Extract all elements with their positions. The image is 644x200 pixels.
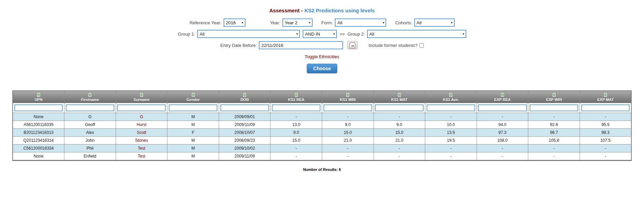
filter-input-ks1-ave[interactable] <box>427 104 475 111</box>
cell-exp-wri: 96.7 <box>528 129 580 137</box>
filter-row-1: Reference Year: 2016 ▾ Year: Year 2 ▾ Fo… <box>189 18 454 27</box>
cell-upn: None <box>13 152 64 161</box>
column-header-upn[interactable]: UPN <box>13 91 64 103</box>
cell-exp-wri: - <box>528 113 580 121</box>
form-select[interactable]: All <box>335 18 386 27</box>
filter-input-exp-wri[interactable] <box>530 104 578 111</box>
results-table-container: UPNFirstnameSurnameGenderDOBKS1 REAKS1 W… <box>12 90 632 161</box>
column-search-icon[interactable] <box>116 92 167 97</box>
calendar-button[interactable]: 25 <box>348 41 357 49</box>
column-search-icon[interactable] <box>13 92 64 97</box>
cell-surname[interactable]: Hurst <box>116 121 167 129</box>
cell-exp-rea: - <box>477 113 528 121</box>
cell-dob: 2009/09/01 <box>219 113 270 121</box>
group-operator-select[interactable]: AND IN <box>303 30 337 38</box>
cell-surname[interactable]: Test <box>116 152 167 161</box>
entry-date-input[interactable] <box>259 41 343 49</box>
filter-input-exp-rea[interactable] <box>478 104 527 111</box>
column-header-ks1-rea[interactable]: KS1 REA <box>270 91 322 103</box>
column-search-icon[interactable] <box>322 92 374 97</box>
column-search-icon[interactable] <box>425 92 477 97</box>
cell-exp-wri: 105.8 <box>528 137 580 145</box>
column-header-label: EXP MAT <box>580 98 631 102</box>
cell-gender: F <box>167 129 219 137</box>
column-header-ks1-ave[interactable]: KS1 Ave. <box>425 91 477 103</box>
filter-input-ks1-rea[interactable] <box>272 104 320 111</box>
column-header-exp-rea[interactable]: EXP REA <box>477 91 528 103</box>
cell-firstname: Enfield <box>64 152 116 161</box>
reference-year-label: Reference Year: <box>189 20 221 25</box>
column-search-icon[interactable] <box>374 92 425 97</box>
column-header-surname[interactable]: Surname <box>116 91 167 103</box>
column-header-label: Firstname <box>64 98 116 102</box>
cell-gender: M <box>167 152 219 161</box>
filter-input-firstname[interactable] <box>66 104 114 111</box>
table-row: NoneGGM2009/09/01------- <box>13 113 631 121</box>
group2-select[interactable]: All <box>367 30 466 38</box>
group1-select[interactable]: All <box>197 30 300 38</box>
column-header-exp-mat[interactable]: EXP MAT <box>580 91 631 103</box>
cell-dob: 2009/10/02 <box>219 145 270 152</box>
column-header-label: EXP WRI <box>528 98 580 102</box>
table-row: NoneEnfieldTestM2009/11/09------- <box>13 152 631 161</box>
cell-ks1-mat: 21.0 <box>374 137 425 145</box>
filter-input-upn[interactable] <box>14 104 63 111</box>
column-header-label: KS1 Ave. <box>425 98 477 102</box>
cell-surname[interactable]: G <box>116 113 167 121</box>
column-header-ks1-wri[interactable]: KS1 WRI <box>322 91 374 103</box>
cell-surname[interactable]: Stones <box>116 137 167 145</box>
cell-surname[interactable]: Scott <box>116 129 167 137</box>
cell-exp-rea: - <box>477 145 528 152</box>
cell-upn: A561200116335 <box>13 121 64 129</box>
column-header-label: KS1 MAT <box>374 98 425 102</box>
form-label: Form: <box>321 20 333 25</box>
choose-button[interactable]: Choose <box>307 64 337 73</box>
cell-firstname: John <box>64 137 116 145</box>
filter-input-gender[interactable] <box>169 104 217 111</box>
column-search-icon[interactable] <box>528 92 580 97</box>
year-select[interactable]: Year 2 <box>282 18 313 27</box>
filter-row-3: Entry Date Before: 25 Include former stu… <box>220 41 424 49</box>
column-header-ks1-mat[interactable]: KS1 MAT <box>374 91 425 103</box>
group2-label: Group 2: <box>348 32 365 37</box>
filter-input-dob[interactable] <box>220 104 269 111</box>
column-search-icon[interactable] <box>219 92 270 97</box>
calendar-icon-day: 25 <box>351 45 354 47</box>
cell-firstname: Phil <box>64 145 116 152</box>
column-header-gender[interactable]: Gender <box>167 91 219 103</box>
cell-ks1-rea: 9.0 <box>270 129 322 137</box>
cell-ks1-ave: 19.5 <box>425 137 477 145</box>
cell-dob: 2009/11/09 <box>219 152 270 161</box>
cell-dob: 2009/11/09 <box>219 121 270 129</box>
column-search-icon[interactable] <box>477 92 528 97</box>
toggle-ethnicities-link[interactable]: Toggle Ethnicities <box>305 54 339 59</box>
column-search-icon[interactable] <box>270 92 322 97</box>
filter-input-surname[interactable] <box>117 104 166 111</box>
cell-ks1-mat: - <box>374 113 425 121</box>
filter-input-ks1-mat[interactable] <box>375 104 424 111</box>
column-search-icon[interactable] <box>64 92 116 97</box>
column-header-exp-wri[interactable]: EXP WRI <box>528 91 580 103</box>
cell-ks1-mat: 15.0 <box>374 129 425 137</box>
table-row: Q201123416314JohnStonesM2008/09/2315.021… <box>13 137 631 145</box>
results-value: 6 <box>339 167 341 172</box>
table-row: B201123416313AlexScottF2008/10/079.015.0… <box>13 129 631 137</box>
column-search-icon[interactable] <box>167 92 219 97</box>
filter-cell-dob <box>219 103 270 113</box>
column-header-firstname[interactable]: Firstname <box>64 91 116 103</box>
cell-exp-wri: - <box>528 145 580 152</box>
column-header-label: Gender <box>167 98 219 102</box>
entry-date-label: Entry Date Before: <box>220 43 257 48</box>
reference-year-select[interactable]: 2016 <box>224 18 245 27</box>
column-header-dob[interactable]: DOB <box>219 91 270 103</box>
cohorts-select[interactable]: All <box>414 18 455 27</box>
cell-surname[interactable]: Test <box>116 145 167 152</box>
cell-exp-rea: 108.0 <box>477 137 528 145</box>
cell-exp-mat: 95.5 <box>580 121 631 129</box>
filter-input-ks1-wri[interactable] <box>324 104 372 111</box>
cell-ks1-mat: 9.0 <box>374 121 425 129</box>
filter-cell-upn <box>13 103 64 113</box>
column-search-icon[interactable] <box>580 92 631 97</box>
include-former-checkbox[interactable] <box>419 43 424 48</box>
filter-input-exp-mat[interactable] <box>581 104 630 111</box>
